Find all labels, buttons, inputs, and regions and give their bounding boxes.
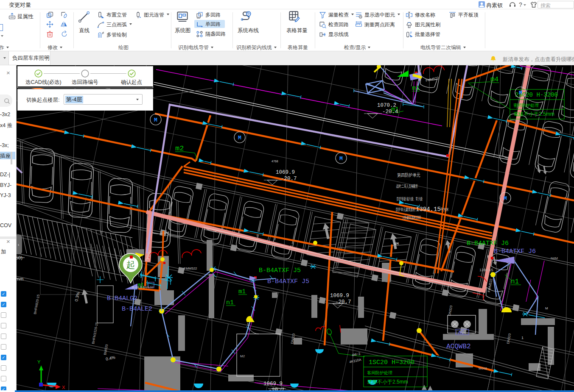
svg-text:1394.15: 1394.15 — [479, 268, 493, 272]
svg-text:1069.9: 1069.9 — [330, 293, 349, 299]
svg-text:M: M — [238, 135, 241, 141]
svg-text:X: X — [62, 385, 65, 390]
svg-text:1394.15: 1394.15 — [416, 206, 441, 213]
svg-text:壁厚不小于2.5mm: 壁厚不小于2.5mm — [367, 379, 408, 385]
svg-text:m1: m1 — [238, 288, 246, 295]
svg-text:Y: Y — [37, 359, 41, 364]
svg-text:N#M: N#M — [551, 256, 558, 260]
svg-text:密闭防护处理: 密闭防护处理 — [513, 103, 539, 108]
svg-text:第-4层 B-B4ALG2: 第-4层 B-B4ALG2 — [132, 286, 154, 289]
svg-text:M2: M2 — [240, 354, 245, 358]
svg-text:B-B4ATXF J6: B-B4ATXF J6 — [467, 240, 509, 247]
svg-text:防护单元建筑面积: 防护单元建筑面积 — [396, 207, 415, 212]
svg-text:B-B4ALG2: B-B4ALG2 — [107, 295, 137, 302]
svg-text:m1: m1 — [412, 85, 420, 92]
svg-text:mm: mm — [16, 276, 23, 281]
svg-text:起: 起 — [126, 260, 135, 270]
svg-text:防护等级:核六级、常六级: 防护等级:核六级、常六级 — [397, 196, 423, 201]
svg-text:M: M — [339, 156, 343, 162]
svg-text:M048: M048 — [479, 367, 487, 370]
svg-text:B-B4ALE2: B-B4ALE2 — [122, 306, 152, 313]
svg-text:-20.7: -20.7 — [335, 299, 351, 305]
svg-text:M: M — [154, 117, 157, 123]
svg-text:M: M — [519, 90, 522, 96]
svg-text:-20.7: -20.7 — [281, 176, 297, 182]
svg-text:M: M — [545, 306, 548, 310]
svg-text:電線不小于2.5mm: 電線不小于2.5mm — [513, 111, 554, 117]
svg-text:1SC20 H=3200: 1SC20 H=3200 — [369, 359, 414, 366]
svg-text:-20.4: -20.4 — [382, 109, 398, 115]
svg-text:n1: n1 — [226, 299, 234, 306]
svg-text:平方米: 平方米 — [440, 207, 449, 212]
svg-text:B-B4ATXF J6: B-B4ATXF J6 — [494, 248, 536, 255]
svg-text:第四防护单元: 第四防护单元 — [397, 172, 420, 178]
svg-text:m4: m4 — [490, 76, 498, 83]
svg-text:UM: UM — [394, 242, 399, 246]
svg-text:n1: n1 — [511, 278, 519, 286]
svg-text:战时:二等人员掩蔽所: 战时:二等人员掩蔽所 — [396, 183, 418, 189]
svg-text:人防建筑面积1000: 人防建筑面积1000 — [402, 215, 421, 220]
svg-text:FMM522: FMM522 — [184, 267, 197, 270]
svg-text:1: 1 — [521, 336, 524, 340]
svg-text:B-B4ATXF J5: B-B4ATXF J5 — [259, 267, 301, 274]
svg-text:M: M — [504, 195, 507, 202]
svg-text:1069.9: 1069.9 — [263, 381, 283, 387]
svg-text:1070.2: 1070.2 — [377, 103, 396, 108]
svg-text:4768: 4768 — [272, 160, 278, 163]
svg-text:B-B4ATXF J5: B-B4ATXF J5 — [267, 278, 309, 285]
svg-text:AC: AC — [458, 330, 464, 335]
svg-text:1069.9: 1069.9 — [276, 170, 295, 175]
svg-text:客间防护处理: 客间防护处理 — [367, 370, 392, 375]
svg-text:ACQWB2: ACQWB2 — [446, 343, 471, 350]
svg-text:m2: m2 — [175, 145, 184, 153]
